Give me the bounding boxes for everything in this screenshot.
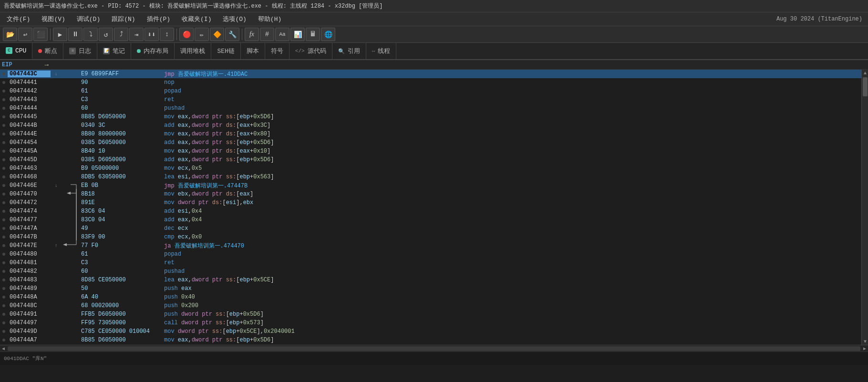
disasm-col: cmp ecx,0x0	[160, 234, 861, 240]
tab-source[interactable]: </> 源代码	[289, 43, 332, 59]
disasm-row[interactable]: 0047444460pushad	[0, 104, 861, 113]
disasm-row[interactable]: 0047446E↓EB 0Bjmp 吾爱破解培训第一.47447B	[0, 181, 861, 190]
tab-breakpoint[interactable]: 断点	[32, 43, 63, 59]
address-col: 00474483	[8, 277, 51, 283]
disasm-row[interactable]: 00474491FFB5 D6050000push dword ptr ss:[…	[0, 310, 861, 319]
disasm-row[interactable]: 00474472891Emov dword ptr ds:[esi],ebx	[0, 198, 861, 207]
tb-execute-till[interactable]: ⬇⬇	[145, 28, 159, 41]
disasm-row[interactable]: 0047448C68 00020000push 0x200	[0, 301, 861, 310]
tb-step-over[interactable]: ↺	[99, 28, 113, 41]
tab-note[interactable]: 📝 笔记	[97, 43, 131, 59]
disasm-row[interactable]: 0047447E↑77 F0ja 吾爱破解培训第一.474470	[0, 241, 861, 250]
disasm-row[interactable]: 0047447B83F9 00cmp ecx,0x0	[0, 233, 861, 241]
tb-calc[interactable]: 🖩	[306, 28, 320, 41]
address-col: 0047447E	[8, 242, 51, 249]
menu-plugin[interactable]: 插件(P)	[142, 13, 175, 25]
disasm-row[interactable]: 0047448A6A 40push 0x40	[0, 293, 861, 301]
tab-cpu[interactable]: C CPU	[0, 43, 32, 59]
h-scroll-left[interactable]: ◀	[0, 345, 7, 352]
vertical-scrollbar[interactable]: ▲ ▼	[861, 70, 868, 345]
tab-seh[interactable]: SEH链	[211, 43, 240, 59]
disasm-row[interactable]: 0047448950push eax	[0, 284, 861, 293]
tb-step-into[interactable]: ⤵	[83, 28, 98, 41]
tb-ascii[interactable]: Aa	[275, 28, 289, 41]
disasm-row[interactable]: 004744688DB5 63050000lea esi,dword ptr s…	[0, 173, 861, 181]
disasm-row[interactable]: 004744540385 D6050000add eax,dword ptr s…	[0, 138, 861, 147]
tab-script[interactable]: 脚本	[241, 43, 265, 59]
menu-help[interactable]: 帮助(H)	[253, 13, 286, 25]
disasm-row[interactable]: 00474481C3ret	[0, 258, 861, 267]
tb-close[interactable]: ⬛	[33, 28, 48, 41]
menu-options[interactable]: 选项(O)	[218, 13, 251, 25]
tab-log[interactable]: ≡ 日志	[63, 43, 97, 59]
tab-ref[interactable]: 🔍 引用	[332, 43, 366, 59]
tb-expression[interactable]: fx	[245, 28, 259, 41]
horizontal-scrollbar[interactable]: ◀ ▶	[0, 345, 868, 351]
disasm-col: ret	[160, 259, 861, 266]
disasm-row[interactable]: 00474463B9 05000000mov ecx,0x5	[0, 164, 861, 173]
disasm-row[interactable]: 00474443C3ret	[0, 95, 861, 104]
disasm-col: jmp 吾爱破解培训第一.41DDAC	[160, 70, 861, 78]
disasm-row[interactable]: 0047443C↓E9 6B99FAFFjmp 吾爱破解培训第一.41DDAC	[0, 70, 861, 78]
tb-step-out[interactable]: ⤴	[114, 28, 128, 41]
scroll-thumb[interactable]	[863, 77, 868, 96]
h-scroll-track[interactable]	[8, 346, 860, 351]
tb-run[interactable]: ▶	[53, 28, 67, 41]
tb-open[interactable]: 📂	[3, 28, 17, 41]
tb-graph[interactable]: 📊	[290, 28, 305, 41]
disasm-row[interactable]: 00474497FF95 73050000call dword ptr ss:[…	[0, 319, 861, 327]
tab-breakpoint-label: 断点	[45, 47, 57, 55]
tab-symbol[interactable]: 符号	[265, 43, 289, 59]
disasm-row[interactable]: 0047448061popad	[0, 250, 861, 258]
tb-breakpoint[interactable]: 🔴	[179, 28, 194, 41]
address-col: 0047445D	[8, 156, 51, 163]
breakpoint-dot-col	[0, 72, 8, 75]
tab-callstack[interactable]: 调用堆栈	[175, 43, 211, 59]
menu-favorites[interactable]: 收藏夹(I)	[177, 13, 216, 25]
log-tab-icon: ≡	[69, 48, 76, 54]
disasm-row[interactable]: 004744458B85 D6050000mov eax,dword ptr s…	[0, 113, 861, 121]
engine-version: Aug 30 2024 (TitanEngine)	[776, 16, 866, 22]
disasm-row[interactable]: 0047444B0340 3Cadd eax,dword ptr ds:[eax…	[0, 121, 861, 130]
disasm-row[interactable]: 0047444E8B80 80000000mov eax,dword ptr d…	[0, 130, 861, 138]
tab-memory[interactable]: 内存布局	[131, 43, 175, 59]
tab-note-label: 笔记	[113, 47, 125, 55]
menu-view[interactable]: 视图(V)	[37, 13, 70, 25]
tb-edit[interactable]: ✏	[195, 28, 209, 41]
disasm-row[interactable]: 004744838D85 CE050000lea eax,dword ptr s…	[0, 276, 861, 284]
address-col: 0047443C	[8, 71, 51, 77]
disasm-row[interactable]: 0047444190nop	[0, 78, 861, 87]
address-col: 00474497	[8, 320, 51, 326]
breakpoint-dot-col	[0, 218, 8, 221]
breakpoint-dot-col	[0, 253, 8, 256]
disasm-row[interactable]: 0047447783C0 04add eax,0x4	[0, 216, 861, 224]
tb-hex[interactable]: #	[260, 28, 274, 41]
ref-icon: 🔍	[338, 48, 345, 54]
scroll-up-arrow[interactable]: ▲	[862, 70, 868, 76]
disasm-row[interactable]: 004744708B18mov ebx,dword ptr ds:[eax]	[0, 190, 861, 198]
tb-restart[interactable]: ↩	[18, 28, 32, 41]
tab-thread[interactable]: ↔ 线程	[366, 43, 397, 59]
tb-watch[interactable]: 🔧	[225, 28, 239, 41]
tb-skip[interactable]: ↕	[160, 28, 174, 41]
disasm-row[interactable]: 0047449DC785 CE050000 010004mov dword pt…	[0, 327, 861, 336]
bytes-col: 68 00020000	[79, 302, 160, 309]
disasm-row[interactable]: 0047444261popad	[0, 87, 861, 95]
bytes-col: 60	[79, 268, 160, 275]
tb-web[interactable]: 🌐	[321, 28, 335, 41]
disasm-row[interactable]: 0047447483C6 04add esi,0x4	[0, 207, 861, 216]
menu-debug[interactable]: 调试(D)	[72, 13, 105, 25]
disasm-row[interactable]: 0047448260pushad	[0, 267, 861, 276]
disasm-row[interactable]: 0047447A49dec ecx	[0, 224, 861, 233]
disasm-col: add eax,dword ptr ds:[eax+0x3C]	[160, 122, 861, 129]
menu-trace[interactable]: 跟踪(N)	[107, 13, 140, 25]
scroll-down-arrow[interactable]: ▼	[862, 338, 868, 345]
disasm-row[interactable]: 0047445A8B40 10mov eax,dword ptr ds:[eax…	[0, 147, 861, 155]
tb-run-to[interactable]: ⇥	[129, 28, 144, 41]
disasm-row[interactable]: 0047445D0385 D6050000add eax,dword ptr s…	[0, 155, 861, 164]
disasm-row[interactable]: 004744A78B85 D6050000mov eax,dword ptr s…	[0, 336, 861, 344]
menu-file[interactable]: 文件(F)	[2, 13, 35, 25]
tb-pause[interactable]: ⏸	[68, 28, 83, 41]
tb-patch[interactable]: 🔶	[210, 28, 224, 41]
h-scroll-right[interactable]: ▶	[861, 345, 868, 352]
